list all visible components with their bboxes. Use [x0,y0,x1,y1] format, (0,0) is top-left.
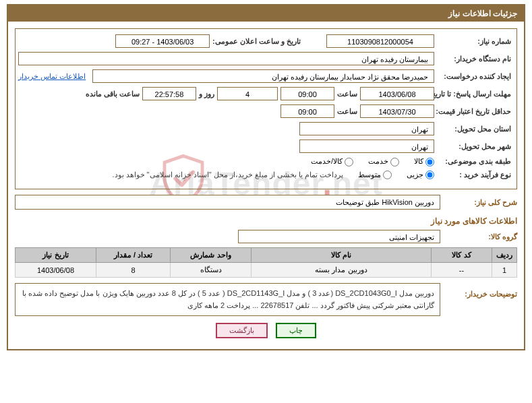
radio-medium[interactable]: متوسط [358,170,392,180]
radio-service-input[interactable] [390,158,399,166]
goods-section-title: اطلاعات کالاهای مورد نیاز [15,216,517,226]
buyer-desc-value: دوربین مدل DS_2CD1043G0_I (عدد 3 ) و مدل… [15,283,440,316]
reply-deadline-label: مهلت ارسال پاسخ: تا تاریخ: [437,90,511,98]
radio-medium-input[interactable] [383,170,392,179]
announce-value: 1403/06/03 - 09:27 [115,34,210,48]
need-no-label: شماره نیاز: [437,37,511,46]
city-label: شهر محل تحویل: [437,142,511,151]
time-label-2: ساعت [337,107,357,116]
cell-code: -- [432,263,492,278]
th-date: تاریخ نیاز [16,248,96,263]
province-label: استان محل تحویل: [437,125,511,133]
summary-value: دوربین HikVision طبق توضیحات [15,195,440,210]
buyer-contact-link[interactable]: اطلاعات تماس خریدار [18,72,86,81]
radio-minor-input[interactable] [425,170,434,179]
cell-row: 1 [492,263,517,278]
cell-date: 1403/06/08 [16,263,96,278]
requester-value: حمیدرضا محقق نژاد حسابدار بیمارستان رفید… [92,69,434,83]
summary-label: شرح کلی نیاز: [443,198,517,207]
th-name: نام کالا [252,248,432,263]
cell-qty: 8 [96,263,171,278]
days-and-label: روز و [199,90,214,98]
process-note: پرداخت تمام یا بخشی از مبلغ خرید،از محل … [112,170,343,179]
validity-label: حداقل تاریخ اعتبار قیمت: تا تاریخ: [437,107,511,116]
process-label: نوع فرآیند خرید : [437,170,511,179]
city-value: تهران [299,140,434,153]
radio-minor[interactable]: جزیی [407,170,434,180]
radio-goods[interactable]: کالا [414,157,434,166]
requester-label: ایجاد کننده درخواست: [437,72,511,81]
need-no-value: 1103090812000054 [326,34,434,48]
province-value: تهران [299,122,434,135]
group-value: تجهیزات امنیتی [238,230,440,243]
group-label: گروه کالا: [443,232,517,241]
cell-name: دوربین مدار بسته [252,263,432,278]
radio-goods-input[interactable] [425,158,434,166]
category-label: طبقه بندی موضوعی: [437,157,511,166]
table-row: 1 -- دوربین مدار بسته دستگاه 8 1403/06/0… [16,263,517,278]
th-row: ردیف [492,248,517,263]
th-code: کد کالا [432,248,492,263]
th-unit: واحد شمارش [171,248,252,263]
buyer-org-label: نام دستگاه خریدار: [437,55,511,63]
radio-goods-service-input[interactable] [345,158,353,166]
days-value: 4 [217,87,278,100]
panel-header: جزئیات اطلاعات نیاز [8,5,524,22]
panel-title: جزئیات اطلاعات نیاز [448,9,517,18]
reply-date-value: 1403/06/08 [360,87,434,100]
radio-service[interactable]: خدمت [368,157,399,166]
buyer-org-value: بیمارستان رفیده تهران [18,52,434,65]
validity-time-value: 09:00 [280,104,334,118]
time-label-1: ساعت [337,90,357,98]
table-header-row: ردیف کد کالا نام کالا واحد شمارش تعداد /… [16,248,517,263]
remaining-label: ساعت باقی مانده [86,90,140,98]
th-qty: تعداد / مقدار [96,248,171,263]
radio-goods-service[interactable]: کالا/خدمت [311,157,353,166]
reply-time-value: 09:00 [280,87,334,100]
announce-label: تاریخ و ساعت اعلان عمومی: [212,37,301,46]
info-panel: شماره نیاز: 1103090812000054 تاریخ و ساع… [15,28,517,189]
back-button[interactable]: بازگشت [216,323,268,338]
buyer-desc-label: توضیحات خریدار: [443,283,517,299]
validity-date-value: 1403/07/30 [360,104,434,118]
print-button[interactable]: چاپ [276,323,316,338]
countdown-value: 22:57:58 [142,87,196,100]
cell-unit: دستگاه [171,263,252,278]
goods-table: ردیف کد کالا نام کالا واحد شمارش تعداد /… [15,247,517,278]
